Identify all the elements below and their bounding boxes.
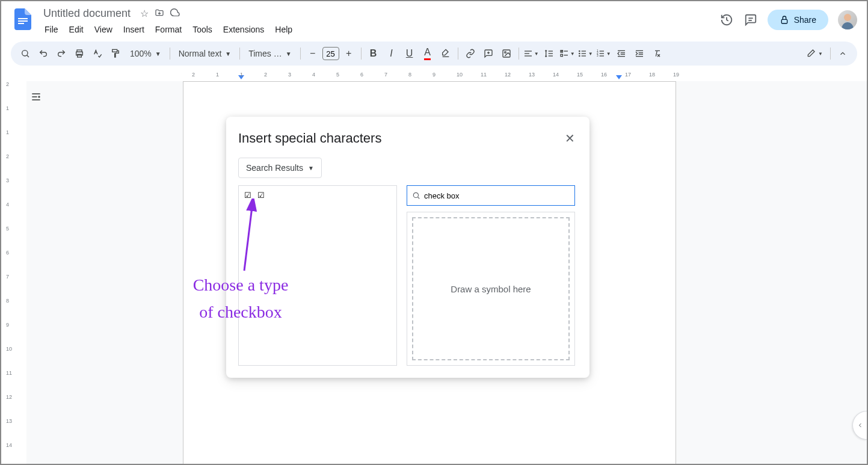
special-characters-dialog: Insert special characters ✕ Search Resul… [226,117,589,378]
docs-logo-icon[interactable] [11,7,35,31]
character-result[interactable]: ☑ [242,189,253,200]
bold-icon[interactable]: B [365,45,382,62]
italic-icon[interactable]: I [383,45,400,62]
svg-point-51 [38,96,40,97]
search-icon [412,191,420,200]
category-dropdown[interactable]: Search Results ▼ [238,158,322,178]
title-area: Untitled document ☆ File Edit View Inser… [40,5,297,37]
toolbar: 100%▼ Normal text▼ Times …▼ − + B I U A … [11,42,857,66]
menu-file[interactable]: File [40,22,63,37]
move-icon[interactable] [155,8,164,20]
align-icon[interactable]: ▼ [523,45,540,62]
share-button[interactable]: Share [768,10,828,30]
clear-formatting-icon[interactable] [649,45,666,62]
header-left: Untitled document ☆ File Edit View Inser… [11,5,297,37]
user-avatar[interactable] [838,10,857,29]
increase-indent-icon[interactable] [631,45,648,62]
print-icon[interactable] [71,45,88,62]
vertical-ruler[interactable]: 211234567891011121314 [1,81,26,465]
character-search-input[interactable] [424,191,570,200]
menu-edit[interactable]: Edit [64,22,88,37]
svg-rect-26 [561,54,562,56]
line-spacing-icon[interactable] [541,45,558,62]
highlight-icon[interactable] [437,45,454,62]
svg-point-6 [844,14,851,21]
svg-text:3: 3 [597,54,599,57]
character-results-panel: ☑ ☑ [238,185,397,366]
decrease-font-icon[interactable]: − [304,45,321,62]
horizontal-ruler[interactable]: 2112345678910111213141516171819 [1,70,867,81]
menu-format[interactable]: Format [150,22,186,37]
decrease-indent-icon[interactable] [613,45,630,62]
svg-rect-1 [18,20,28,22]
toolbar-wrap: 100%▼ Normal text▼ Times …▼ − + B I U A … [1,37,867,70]
app-header: Untitled document ☆ File Edit View Inser… [1,1,867,37]
comments-icon[interactable] [743,13,758,27]
editing-mode-select[interactable]: ▼ [802,45,826,62]
draw-placeholder: Draw a symbol here [412,217,570,360]
svg-rect-12 [112,49,117,52]
cloud-status-icon[interactable] [170,8,181,20]
checklist-icon[interactable]: ▼ [559,45,576,62]
star-icon[interactable]: ☆ [140,8,149,20]
numbered-list-icon[interactable]: 123▼ [595,45,612,62]
character-result[interactable]: ☑ [256,189,266,200]
text-color-icon[interactable]: A [419,45,436,62]
draw-symbol-area[interactable]: Draw a symbol here [407,212,575,366]
menu-extensions[interactable]: Extensions [218,22,269,37]
chevron-down-icon: ▼ [308,165,314,171]
insert-link-icon[interactable] [462,45,479,62]
chevron-down-icon: ▼ [225,51,231,57]
paint-format-icon[interactable] [107,45,124,62]
search-menus-icon[interactable] [17,45,34,62]
add-comment-icon[interactable] [480,45,497,62]
spellcheck-icon[interactable] [89,45,106,62]
menu-bar: File Edit View Insert Format Tools Exten… [40,22,297,37]
menu-tools[interactable]: Tools [188,22,217,37]
show-outline-icon[interactable] [28,88,45,105]
paragraph-style-select[interactable]: Normal text▼ [174,45,236,62]
chevron-down-icon: ▼ [286,51,292,57]
chevron-down-icon: ▼ [155,51,161,57]
svg-point-17 [504,52,506,54]
zoom-select[interactable]: 100%▼ [125,45,166,62]
svg-point-28 [579,51,579,51]
insert-image-icon[interactable] [498,45,515,62]
history-icon[interactable] [719,13,734,27]
svg-rect-0 [18,18,28,19]
svg-point-30 [579,53,579,54]
menu-view[interactable]: View [90,22,117,37]
menu-insert[interactable]: Insert [119,22,149,37]
dialog-title: Insert special characters [238,131,381,146]
bulleted-list-icon[interactable]: ▼ [577,45,594,62]
svg-line-8 [27,55,29,57]
font-size-input[interactable] [322,47,339,60]
share-label: Share [794,15,816,25]
svg-line-53 [417,197,419,199]
svg-point-52 [413,192,418,197]
collapse-toolbar-icon[interactable] [834,45,851,62]
increase-font-icon[interactable]: + [340,45,357,62]
font-select[interactable]: Times …▼ [244,45,296,62]
svg-point-32 [579,55,579,56]
underline-icon[interactable]: U [401,45,418,62]
header-right: Share [719,5,857,30]
document-title[interactable]: Untitled document [40,6,134,21]
svg-rect-5 [781,19,787,23]
menu-help[interactable]: Help [270,22,297,37]
lock-icon [780,15,789,25]
right-indent-marker[interactable] [616,75,622,79]
character-search-box[interactable] [407,185,575,206]
undo-icon[interactable] [35,45,52,62]
close-icon[interactable]: ✕ [562,129,577,148]
svg-rect-2 [18,23,24,24]
redo-icon[interactable] [53,45,70,62]
svg-point-7 [22,51,28,56]
